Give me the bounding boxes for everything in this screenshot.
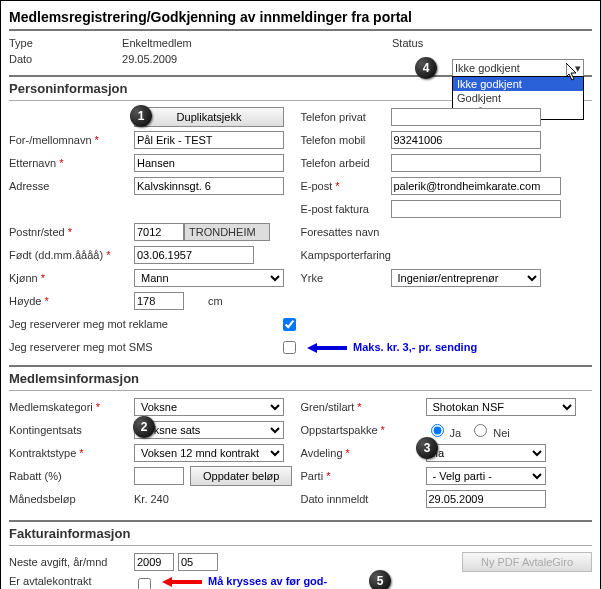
phone-work-input[interactable] bbox=[391, 154, 541, 172]
monthly-value: Kr. 240 bbox=[134, 493, 169, 505]
height-label: Høyde bbox=[9, 295, 134, 307]
dept-select[interactable]: Ila bbox=[426, 444, 546, 462]
section-invoice: Fakturainformasjon bbox=[9, 520, 592, 546]
sms-note: Maks. kr. 3,- pr. sending bbox=[353, 341, 477, 353]
zip-input[interactable] bbox=[134, 223, 184, 241]
badge-4: 4 bbox=[415, 57, 437, 79]
lastname-input[interactable] bbox=[134, 154, 284, 172]
contract-note: Må krysses av før god- kjenning av medle… bbox=[208, 575, 327, 589]
job-label: Yrke bbox=[301, 272, 391, 284]
guardian-label: Foresattes navn bbox=[301, 226, 391, 238]
dob-input[interactable] bbox=[134, 246, 254, 264]
pdf-avtalegiro-button[interactable]: Ny PDF AvtaleGiro bbox=[462, 552, 592, 572]
phone-mob-label: Telefon mobil bbox=[301, 134, 391, 146]
style-label: Gren/stilart bbox=[301, 401, 426, 413]
startpack-no[interactable]: Nei bbox=[469, 421, 510, 439]
party-label: Parti bbox=[301, 470, 426, 482]
date-value: 29.05.2009 bbox=[122, 53, 177, 65]
email-label: E-post bbox=[301, 180, 391, 192]
zip-label: Postnr/sted bbox=[9, 226, 134, 238]
status-option-godkjent[interactable]: Godkjent bbox=[453, 91, 583, 105]
reserve-sms-checkbox[interactable] bbox=[283, 341, 296, 354]
status-selected: Ikke godkjent bbox=[455, 62, 520, 74]
email-input[interactable] bbox=[391, 177, 561, 195]
height-unit: cm bbox=[208, 295, 223, 307]
date-label: Dato bbox=[9, 53, 99, 65]
status-label: Status bbox=[392, 37, 423, 49]
lastname-label: Etternavn bbox=[9, 157, 134, 169]
category-label: Medlemskategori bbox=[9, 401, 134, 413]
rate-label: Kontingentsats bbox=[9, 424, 134, 436]
job-select[interactable]: Ingeniør/entreprenør bbox=[391, 269, 541, 287]
enrolled-label: Dato innmeldt bbox=[301, 493, 426, 505]
firstname-input[interactable] bbox=[134, 131, 284, 149]
experience-label: Kampsporterfaring bbox=[301, 249, 391, 261]
email-inv-label: E-post faktura bbox=[301, 203, 391, 215]
category-select[interactable]: Voksne bbox=[134, 398, 284, 416]
discount-label: Rabatt (%) bbox=[9, 470, 134, 482]
party-select[interactable]: - Velg parti - bbox=[426, 467, 546, 485]
contract-select[interactable]: Voksen 12 mnd kontrakt bbox=[134, 444, 284, 462]
address-label: Adresse bbox=[9, 180, 134, 192]
arrow-red-icon bbox=[162, 575, 200, 587]
dob-label: Født (dd.mm.åååå) bbox=[9, 249, 134, 261]
page-title: Medlemsregistrering/Godkjenning av innme… bbox=[9, 5, 592, 31]
type-label: Type bbox=[9, 37, 99, 49]
phone-mob-input[interactable] bbox=[391, 131, 541, 149]
type-value: Enkeltmedlem bbox=[122, 37, 192, 49]
firstname-label: For-/mellomnavn bbox=[9, 134, 134, 146]
address-input[interactable] bbox=[134, 177, 284, 195]
reserve-ad-checkbox[interactable] bbox=[283, 318, 296, 331]
startpack-yes[interactable]: Ja bbox=[426, 421, 462, 439]
height-input[interactable] bbox=[134, 292, 184, 310]
cursor-icon bbox=[566, 63, 580, 81]
badge-3: 3 bbox=[416, 437, 438, 459]
svg-marker-0 bbox=[566, 63, 576, 80]
arrow-blue-icon bbox=[307, 341, 345, 353]
discount-input[interactable] bbox=[134, 467, 184, 485]
dept-label: Avdeling bbox=[301, 447, 426, 459]
startpack-label: Oppstartspakke bbox=[301, 424, 426, 436]
gender-label: Kjønn bbox=[9, 272, 134, 284]
contract-received-checkbox[interactable] bbox=[138, 578, 151, 589]
email-inv-input[interactable] bbox=[391, 200, 561, 218]
contract-received-label: Er avtalekontrakt motatt bbox=[9, 575, 134, 589]
badge-2: 2 bbox=[133, 416, 155, 438]
reserve-ad-label: Jeg reserverer meg mot reklame bbox=[9, 318, 279, 330]
next-fee-year-input[interactable] bbox=[134, 553, 174, 571]
phone-work-label: Telefon arbeid bbox=[301, 157, 391, 169]
phone-priv-label: Telefon privat bbox=[301, 111, 391, 123]
contract-label: Kontraktstype bbox=[9, 447, 134, 459]
rate-select[interactable]: Voksne sats bbox=[134, 421, 284, 439]
next-fee-month-input[interactable] bbox=[178, 553, 218, 571]
duplikatsjekk-button[interactable]: Duplikatsjekk bbox=[134, 107, 284, 127]
section-member: Medlemsinformasjon bbox=[9, 365, 592, 391]
phone-priv-input[interactable] bbox=[391, 108, 541, 126]
badge-1: 1 bbox=[130, 105, 152, 127]
city-readonly: TRONDHEIM bbox=[184, 223, 270, 241]
update-amount-button[interactable]: Oppdater beløp bbox=[190, 466, 292, 486]
style-select[interactable]: Shotokan NSF bbox=[426, 398, 576, 416]
reserve-sms-label: Jeg reserverer meg mot SMS bbox=[9, 341, 279, 353]
status-option-ikke-godkjent[interactable]: Ikke godkjent bbox=[453, 77, 583, 91]
monthly-label: Månedsbeløp bbox=[9, 493, 134, 505]
gender-select[interactable]: Mann bbox=[134, 269, 284, 287]
badge-5: 5 bbox=[369, 570, 391, 589]
next-fee-label: Neste avgift, år/mnd bbox=[9, 556, 134, 568]
status-select[interactable]: Ikke godkjent ▾ bbox=[452, 59, 584, 77]
enrolled-input[interactable] bbox=[426, 490, 546, 508]
